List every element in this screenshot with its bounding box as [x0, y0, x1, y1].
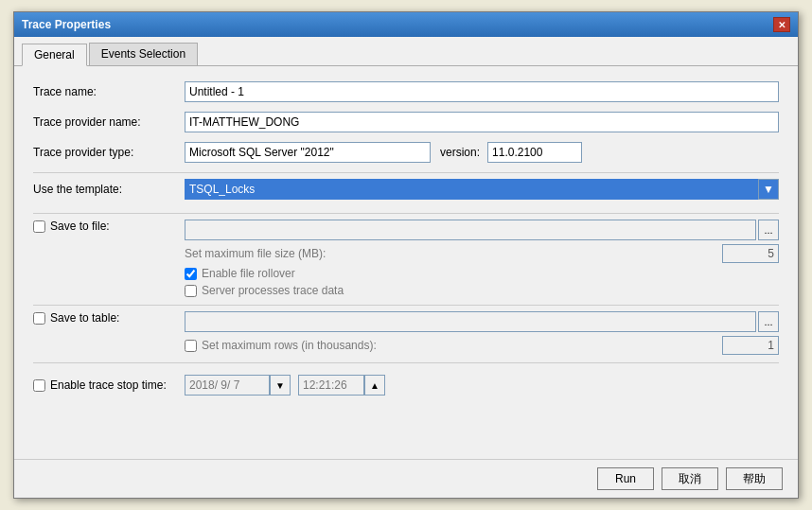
- enable-stop-time-checkbox[interactable]: [33, 379, 45, 392]
- table-input-wrap: ...: [185, 311, 779, 332]
- divider-4: [33, 362, 779, 363]
- form-area: Trace name: Trace provider name: Trace p…: [14, 66, 798, 459]
- save-to-file-row: Save to file: ...: [33, 220, 779, 240]
- enable-rollover-row: Enable file rollover: [185, 267, 779, 280]
- template-row: Use the template: TSQL_Locks Blank Stand…: [33, 179, 779, 200]
- max-file-size-label: Set maximum file size (MB):: [185, 247, 722, 260]
- trace-provider-name-label: Trace provider name:: [33, 115, 185, 129]
- table-sub-options: Set maximum rows (in thousands):: [185, 336, 779, 355]
- dialog-content: General Events Selection Trace name: Tra…: [14, 37, 798, 498]
- title-bar: Trace Properties ✕: [14, 12, 798, 37]
- stop-time-spinner-button[interactable]: ▲: [364, 375, 385, 396]
- trace-provider-name-input[interactable]: [185, 112, 779, 132]
- template-select[interactable]: TSQL_Locks Blank Standard TSQL TSQL_Dura…: [185, 179, 779, 200]
- tab-general[interactable]: General: [22, 44, 87, 66]
- run-button[interactable]: Run: [597, 467, 654, 490]
- save-to-table-label-wrap: Save to table:: [33, 311, 185, 325]
- trace-provider-type-input[interactable]: [185, 142, 431, 163]
- footer: Run 取消 帮助: [14, 459, 798, 498]
- save-to-file-label: Save to file:: [50, 220, 110, 233]
- server-processes-label: Server processes trace data: [202, 284, 344, 297]
- tab-events-selection[interactable]: Events Selection: [89, 43, 198, 65]
- stop-date-dropdown-button[interactable]: ▼: [270, 375, 291, 396]
- window-title: Trace Properties: [22, 18, 111, 31]
- cancel-button[interactable]: 取消: [662, 467, 718, 490]
- save-to-file-input: [185, 220, 756, 240]
- save-to-table-label: Save to table:: [50, 311, 119, 325]
- max-rows-input: [722, 336, 779, 355]
- save-to-table-input: [185, 311, 756, 332]
- template-label: Use the template:: [33, 183, 185, 196]
- stop-time-input: [298, 375, 364, 396]
- enable-stop-time-label: Enable trace stop time:: [50, 378, 167, 392]
- trace-name-input[interactable]: [185, 81, 779, 102]
- version-input[interactable]: [487, 142, 582, 163]
- file-sub-options: Set maximum file size (MB): Enable file …: [185, 244, 779, 297]
- server-processes-checkbox[interactable]: [185, 285, 197, 297]
- file-input-wrap: ...: [185, 220, 779, 240]
- template-dropdown-icon[interactable]: ▼: [758, 179, 779, 200]
- save-to-table-row: Save to table: ...: [33, 311, 779, 332]
- divider-3: [33, 305, 779, 306]
- divider-1: [33, 172, 779, 173]
- stop-time-label-wrap: Enable trace stop time:: [33, 378, 185, 392]
- close-button[interactable]: ✕: [773, 17, 790, 32]
- help-button[interactable]: 帮助: [726, 467, 783, 490]
- server-processes-row: Server processes trace data: [185, 284, 779, 297]
- enable-rollover-label: Enable file rollover: [202, 267, 295, 280]
- version-label: version:: [440, 146, 480, 159]
- max-file-size-input: [722, 244, 779, 263]
- trace-name-label: Trace name:: [33, 85, 185, 98]
- enable-rollover-checkbox[interactable]: [185, 268, 197, 280]
- divider-2: [33, 213, 779, 214]
- save-to-table-browse-button[interactable]: ...: [758, 311, 779, 332]
- tab-bar: General Events Selection: [14, 37, 798, 66]
- trace-provider-name-row: Trace provider name:: [33, 112, 779, 132]
- template-select-wrap: TSQL_Locks Blank Standard TSQL TSQL_Dura…: [185, 179, 779, 200]
- save-to-table-checkbox[interactable]: [33, 312, 45, 325]
- trace-provider-type-row: Trace provider type: version:: [33, 142, 779, 163]
- stop-time-row: Enable trace stop time: ▼ ▲: [33, 375, 779, 396]
- save-to-file-checkbox[interactable]: [33, 220, 45, 233]
- max-rows-checkbox[interactable]: [185, 340, 197, 352]
- trace-name-row: Trace name:: [33, 81, 779, 102]
- save-to-file-browse-button[interactable]: ...: [758, 220, 779, 240]
- max-rows-label: Set maximum rows (in thousands):: [202, 339, 722, 352]
- trace-properties-dialog: Trace Properties ✕ General Events Select…: [13, 11, 799, 499]
- stop-date-input: [185, 375, 270, 396]
- max-file-size-row: Set maximum file size (MB):: [185, 244, 779, 263]
- save-to-file-label-wrap: Save to file:: [33, 220, 185, 233]
- max-rows-row: Set maximum rows (in thousands):: [185, 336, 779, 355]
- trace-provider-type-label: Trace provider type:: [33, 146, 185, 159]
